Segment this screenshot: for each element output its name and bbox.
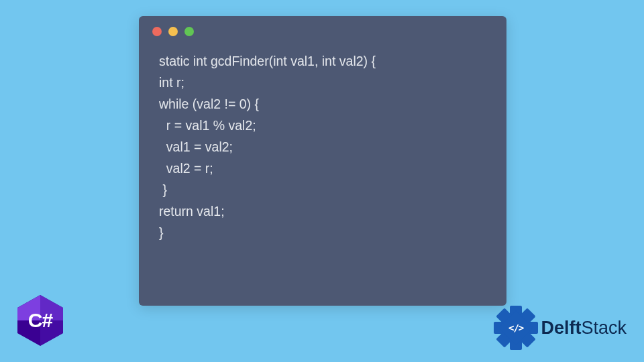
brand-name-bold: Delft (541, 318, 581, 338)
delftstack-logo: </> DelftStack (495, 307, 627, 349)
code-line: return val1; (159, 201, 486, 223)
code-line: } (159, 223, 486, 244)
csharp-label: C# (28, 309, 52, 332)
code-slash-icon: </> (508, 322, 523, 333)
csharp-badge: C# (17, 295, 63, 346)
minimize-icon (168, 27, 178, 36)
brand-name: DelftStack (541, 318, 627, 339)
code-line: val2 = r; (159, 158, 486, 180)
window-controls (139, 16, 506, 42)
code-line: while (val2 != 0) { (159, 94, 486, 115)
brand-name-rest: Stack (581, 318, 627, 338)
hexagon-icon: C# (17, 295, 63, 346)
code-window: static int gcdFinder(int val1, int val2)… (139, 16, 506, 306)
close-icon (152, 27, 162, 36)
code-content: static int gcdFinder(int val1, int val2)… (139, 42, 506, 253)
code-line: r = val1 % val2; (159, 115, 486, 137)
code-line: val1 = val2; (159, 137, 486, 158)
code-line: int r; (159, 72, 486, 94)
code-line: static int gcdFinder(int val1, int val2)… (159, 51, 486, 72)
code-line: } (159, 180, 486, 201)
maximize-icon (184, 27, 194, 36)
brand-emblem-icon: </> (495, 307, 537, 349)
